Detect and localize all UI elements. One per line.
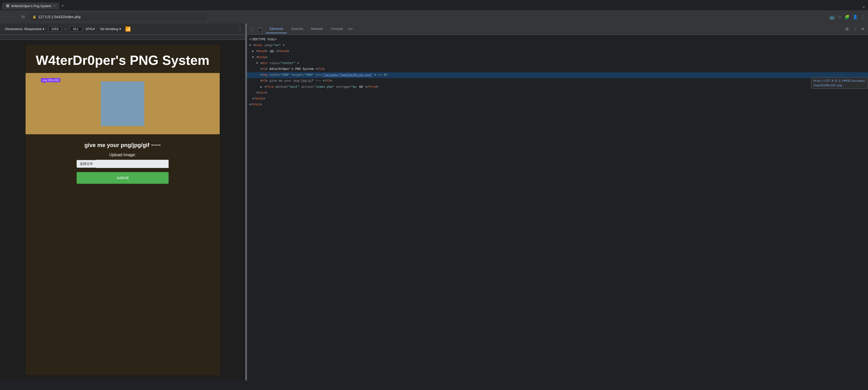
html-close-line[interactable]: </html>: [247, 102, 868, 108]
div-expand-arrow[interactable]: ▼: [256, 62, 258, 65]
devtools-right-icons: ⚙ ⋮ ✕: [844, 25, 866, 33]
body-expand-arrow[interactable]: ▼: [252, 56, 254, 59]
doctype-text: <!DOCTYPE html>: [249, 38, 277, 41]
forward-button[interactable]: →: [12, 13, 18, 20]
bookmark-icon[interactable]: ☆: [838, 14, 841, 20]
div-open-line[interactable]: ▼ <div class="center" >: [247, 61, 868, 66]
form-expand-arrow[interactable]: ▶: [260, 85, 262, 89]
tab-title: W4terDr0per's Png System: [11, 4, 51, 8]
body-close-line[interactable]: </body>: [247, 96, 868, 102]
tab-console[interactable]: Console: [327, 25, 347, 33]
more-tabs-button[interactable]: >>: [348, 27, 353, 31]
html-expand-arrow[interactable]: ▼: [249, 44, 251, 47]
throttle-chevron: ▾: [119, 27, 121, 31]
devtools-ellipsis-icon[interactable]: ⋮: [851, 25, 859, 33]
devtools-tabs: Elements Sources Network Console >>: [266, 25, 353, 33]
tab-favicon: 🖼: [6, 4, 9, 8]
lock-icon: 🔒: [32, 15, 36, 19]
more-options-icon[interactable]: ⋮: [238, 27, 242, 31]
tab-sources[interactable]: Sources: [287, 25, 307, 33]
responsive-toolbar: Dimensions: Responsive ▾ × 97% ▾ No thro…: [0, 24, 245, 35]
html-tree-panel: <!DOCTYPE html> ▼ <html lang="en" > ▶ <h…: [247, 35, 868, 380]
html-open-line[interactable]: ▼ <html lang="en" >: [247, 43, 868, 48]
html-doctype-line[interactable]: <!DOCTYPE html>: [247, 37, 868, 43]
page-inner: img 200×200 W4terDr0per's PNG System giv…: [26, 45, 220, 375]
reload-button[interactable]: ↻: [21, 13, 26, 21]
browser-chrome: 🖼 W4terDr0per's Png System × + ⌄ ← → ↻ 🔒…: [0, 0, 868, 24]
new-tab-button[interactable]: +: [59, 3, 66, 9]
img-tooltip: img 200×200: [41, 78, 60, 82]
url-text: 127.0.0.1:54432/index.php: [38, 15, 81, 19]
dom-eq-sign: == $0: [378, 73, 387, 77]
dimensions-dropdown[interactable]: Dimensions: Responsive ▾: [3, 26, 46, 32]
active-tab[interactable]: 🖼 W4terDr0per's Png System ×: [2, 3, 59, 9]
img-line[interactable]: <img width="200" height="200" src="uploa…: [247, 72, 868, 78]
file-input-row: 选择文件: [76, 160, 168, 168]
head-expand-arrow[interactable]: ▶: [252, 50, 254, 53]
dimensions-chevron: ▾: [43, 27, 44, 31]
page-title: W4terDr0per's PNG System: [36, 53, 210, 68]
main-layout: Dimensions: Responsive ▾ × 97% ▾ No thro…: [0, 24, 868, 380]
page-content: img 200×200 W4terDr0per's PNG System giv…: [0, 40, 245, 380]
div-close-line[interactable]: </div>: [247, 90, 868, 96]
extensions-icon[interactable]: 🧩: [844, 14, 849, 20]
devtools-settings-icon[interactable]: ⚙: [844, 25, 850, 33]
zoom-chevron: ▾: [93, 27, 95, 31]
img-url-tooltip: http://127.0.0.1:54432/uploads/faae53a39…: [811, 77, 868, 89]
devtools-toolbar: ⬚ 📱 Elements Sources Network Console >> …: [247, 24, 868, 35]
network-icon[interactable]: 📶: [125, 26, 131, 32]
zoom-value: 97%: [86, 27, 92, 31]
subtitle: give me your png/jpg/gif ~~~: [85, 142, 161, 149]
height-input[interactable]: [69, 26, 82, 32]
device-toolbar-icon[interactable]: 📱: [256, 25, 264, 33]
address-bar: ← → ↻ 🔒 127.0.0.1:54432/index.php 📺 ☆ 🧩 …: [0, 10, 868, 24]
devtools-close-icon[interactable]: ✕: [860, 25, 866, 33]
chrome-maximize-icon[interactable]: ⌄: [862, 3, 866, 9]
choose-file-button[interactable]: 选择文件: [76, 160, 96, 168]
zoom-dropdown[interactable]: 97% ▾: [84, 26, 96, 32]
viewport-section: Dimensions: Responsive ▾ × 97% ▾ No thro…: [0, 24, 245, 380]
h3-content: give me your png/jpg/gif ~~~: [270, 79, 323, 83]
width-input[interactable]: [49, 26, 61, 32]
upload-label: Upload Image:: [109, 153, 136, 157]
image-display-area: [26, 73, 220, 134]
inspect-element-icon[interactable]: ⬚: [249, 25, 256, 33]
menu-icon[interactable]: ⋮: [861, 14, 865, 20]
head-expand-icon: ···: [270, 50, 274, 53]
h1-content: W4terDr0per's PNG System: [270, 67, 314, 71]
dimensions-label: Dimensions: Responsive: [5, 27, 42, 31]
tab-elements[interactable]: Elements: [266, 25, 287, 33]
tab-close-button[interactable]: ×: [53, 4, 55, 8]
form-line[interactable]: ▶ <form method="post" action="index.php"…: [247, 84, 868, 90]
back-button[interactable]: ←: [3, 13, 9, 20]
form-expand-icon: ···: [359, 86, 363, 88]
h1-line[interactable]: <h1> W4terDr0per's PNG System </h1>: [247, 66, 868, 72]
file-name-display: [96, 160, 168, 168]
address-input[interactable]: 🔒 127.0.0.1:54432/index.php: [28, 13, 207, 21]
body-open-line[interactable]: ▼ <body>: [247, 55, 868, 61]
address-right-icons: 📺 ☆ 🧩 👤 ⋮: [830, 14, 865, 20]
tab-bar: 🖼 W4terDr0per's Png System × + ⌄: [0, 0, 868, 10]
throttle-dropdown[interactable]: No throttling ▾: [98, 26, 123, 32]
h3-line[interactable]: <h3> give me your png/jpg/gif ~~~ </h3>: [247, 78, 868, 84]
profile-icon[interactable]: 👤: [853, 14, 858, 20]
submit-button[interactable]: submit: [76, 172, 168, 184]
uploaded-image: [101, 82, 144, 126]
throttle-label: No throttling: [100, 27, 118, 31]
dimension-separator: ×: [64, 27, 66, 31]
head-line[interactable]: ▶ <head> ··· </head>: [247, 48, 868, 54]
cast-icon[interactable]: 📺: [830, 14, 835, 20]
ruler: [0, 35, 245, 40]
devtools-container: ⬚ 📱 Elements Sources Network Console >> …: [247, 24, 868, 380]
tab-network[interactable]: Network: [307, 25, 327, 33]
